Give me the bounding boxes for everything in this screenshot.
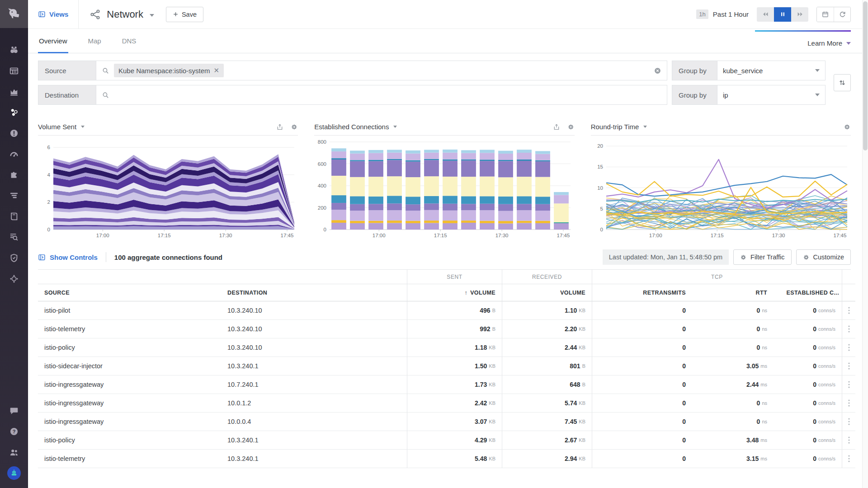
scrollbar-thumb[interactable] bbox=[863, 1, 868, 150]
sidebar-item-security[interactable] bbox=[0, 248, 28, 268]
destination-group-by-select[interactable]: ip bbox=[717, 85, 826, 105]
row-actions-kebab-icon[interactable] bbox=[842, 357, 855, 375]
source-search-input[interactable]: Kube Namespace:istio-system ✕ bbox=[96, 61, 667, 80]
svg-text:600: 600 bbox=[318, 161, 326, 167]
row-actions-kebab-icon[interactable] bbox=[842, 413, 855, 431]
gear-icon[interactable] bbox=[291, 123, 298, 131]
row-actions-kebab-icon[interactable] bbox=[842, 301, 855, 320]
sidebar-item-dashboards[interactable] bbox=[0, 61, 28, 81]
chart-chevron-down-icon[interactable] bbox=[393, 126, 397, 128]
sidebar-item-bot[interactable] bbox=[0, 463, 28, 483]
export-icon[interactable] bbox=[276, 123, 283, 131]
table-row[interactable]: istio-ingressgateway10.0.1.22.42KB5.74KB… bbox=[38, 394, 851, 413]
column-header-source[interactable]: SOURCE bbox=[38, 284, 221, 301]
column-header-received-volume[interactable]: VOLUME bbox=[502, 284, 592, 301]
tab-dns[interactable]: DNS bbox=[121, 29, 137, 53]
sidebar-item-host-map[interactable] bbox=[0, 102, 28, 123]
table-row[interactable]: istio-ingressgateway10.0.0.43.07KB7.45KB… bbox=[38, 413, 851, 431]
sidebar-item-infrastructure[interactable] bbox=[0, 81, 28, 102]
time-backward-button[interactable] bbox=[757, 7, 774, 22]
row-destination: 10.3.240.10 bbox=[221, 320, 407, 338]
sidebar-item-apm[interactable] bbox=[0, 185, 28, 206]
time-forward-button[interactable] bbox=[791, 7, 808, 22]
column-header-sent-volume[interactable]: ↑ VOLUME bbox=[407, 284, 502, 301]
destination-search-input[interactable] bbox=[96, 85, 667, 105]
gear-icon bbox=[740, 254, 747, 261]
time-range-label[interactable]: Past 1 Hour bbox=[713, 10, 749, 18]
column-header-retransmits[interactable]: RETRANSMITS bbox=[592, 284, 692, 301]
pause-button[interactable] bbox=[774, 7, 791, 22]
row-source: istio-pilot bbox=[38, 301, 221, 320]
table-row[interactable]: istio-telemetry10.3.240.15.48KB2.94KB03.… bbox=[38, 450, 851, 468]
binoculars-icon bbox=[9, 45, 19, 55]
sidebar-item-watchdog[interactable] bbox=[0, 40, 28, 61]
gear-icon[interactable] bbox=[844, 123, 851, 131]
export-icon[interactable] bbox=[553, 123, 560, 131]
swap-source-destination-button[interactable] bbox=[834, 74, 851, 91]
remove-pill-icon[interactable]: ✕ bbox=[214, 66, 220, 75]
table-row[interactable]: istio-pilot10.3.240.10496B1.10KB00ns0con… bbox=[38, 301, 851, 320]
row-destination: 10.0.1.2 bbox=[221, 394, 407, 413]
sidebar-item-integrations[interactable] bbox=[0, 164, 28, 185]
page-scrollbar[interactable] bbox=[862, 0, 868, 488]
sidebar-item-chat[interactable] bbox=[0, 400, 28, 421]
sidebar-item-notebooks[interactable] bbox=[0, 206, 28, 227]
row-actions-kebab-icon[interactable] bbox=[842, 375, 855, 394]
save-button[interactable]: Save bbox=[166, 7, 203, 22]
customize-button[interactable]: Customize bbox=[796, 249, 851, 265]
row-actions-kebab-icon[interactable] bbox=[842, 320, 855, 338]
column-header-rtt[interactable]: RTT bbox=[692, 284, 774, 301]
filter-traffic-button[interactable]: Filter Traffic bbox=[733, 249, 791, 265]
sidebar-item-users[interactable] bbox=[0, 442, 28, 463]
chart-title-volume-sent[interactable]: Volume Sent bbox=[38, 123, 76, 131]
sidebar-item-logs[interactable] bbox=[0, 227, 28, 248]
chart-panel-established-connections: Established Connections 020040060080017:… bbox=[314, 118, 574, 244]
chart-chevron-down-icon[interactable] bbox=[643, 126, 647, 128]
row-actions-kebab-icon[interactable] bbox=[842, 338, 855, 357]
table-row[interactable]: istio-sidecar-injector10.3.240.11.50KB80… bbox=[38, 357, 851, 375]
source-group-by-select[interactable]: kube_service bbox=[717, 61, 826, 80]
table-row[interactable]: istio-policy10.3.240.101.18KB2.44KB00ns0… bbox=[38, 338, 851, 357]
row-actions-kebab-icon[interactable] bbox=[842, 394, 855, 413]
round-trip-time-chart[interactable]: 0510152017:0017:1517:3017:45 bbox=[591, 136, 851, 244]
clear-search-icon[interactable] bbox=[654, 67, 661, 75]
svg-text:17:30: 17:30 bbox=[495, 233, 509, 238]
table-row[interactable]: istio-policy10.3.240.14.29KB2.67KB03.48m… bbox=[38, 431, 851, 450]
chart-title-established-connections[interactable]: Established Connections bbox=[314, 123, 389, 131]
refresh-button[interactable] bbox=[834, 7, 850, 22]
table-row[interactable]: istio-telemetry10.3.240.10992B2.20KB00ns… bbox=[38, 320, 851, 338]
column-header-destination[interactable]: DESTINATION bbox=[221, 284, 407, 301]
source-filter-pill[interactable]: Kube Namespace:istio-system ✕ bbox=[114, 64, 224, 77]
show-controls-button[interactable]: Show Controls bbox=[38, 253, 98, 261]
row-rtt: 0ns bbox=[692, 394, 774, 413]
svg-text:17:45: 17:45 bbox=[281, 233, 294, 238]
gauge-icon bbox=[9, 149, 19, 159]
views-button[interactable]: Views bbox=[38, 10, 78, 18]
datadog-logo[interactable] bbox=[0, 0, 28, 28]
gear-icon[interactable] bbox=[567, 123, 575, 131]
chart-chevron-down-icon[interactable] bbox=[81, 126, 85, 128]
table-row[interactable]: istio-ingressgateway10.7.240.11.73KB648B… bbox=[38, 375, 851, 394]
sidebar-item-metrics[interactable] bbox=[0, 144, 28, 164]
save-label: Save bbox=[182, 11, 197, 18]
row-retransmits: 0 bbox=[592, 357, 692, 375]
group-header-sent: SENT bbox=[407, 270, 502, 284]
svg-text:17:00: 17:00 bbox=[96, 233, 109, 238]
learn-more-button[interactable]: Learn More bbox=[807, 29, 851, 53]
tab-overview[interactable]: Overview bbox=[38, 29, 68, 53]
chart-title-round-trip-time[interactable]: Round-trip Time bbox=[591, 123, 639, 131]
column-header-established[interactable]: ESTABLISHED C... bbox=[774, 284, 842, 301]
chart-panel-round-trip-time: Round-trip Time 0510152017:0017:1517:301… bbox=[591, 118, 851, 244]
established-connections-chart[interactable]: 020040060080017:0017:1517:3017:45 bbox=[314, 136, 574, 244]
volume-sent-chart[interactable]: 024617:0017:1517:3017:45 bbox=[38, 136, 298, 244]
calendar-button[interactable] bbox=[817, 7, 834, 22]
row-actions-kebab-icon[interactable] bbox=[842, 450, 855, 468]
sidebar-item-help[interactable]: ? bbox=[0, 421, 28, 442]
tab-map[interactable]: Map bbox=[87, 29, 102, 53]
row-actions-kebab-icon[interactable] bbox=[842, 431, 855, 450]
destination-filter-row: Destination Group by ip bbox=[38, 85, 826, 105]
source-group-by-value: kube_service bbox=[723, 67, 763, 75]
title-chevron-down-icon[interactable] bbox=[150, 14, 154, 17]
sidebar-item-events[interactable] bbox=[0, 123, 28, 144]
sidebar-item-network[interactable] bbox=[0, 268, 28, 289]
